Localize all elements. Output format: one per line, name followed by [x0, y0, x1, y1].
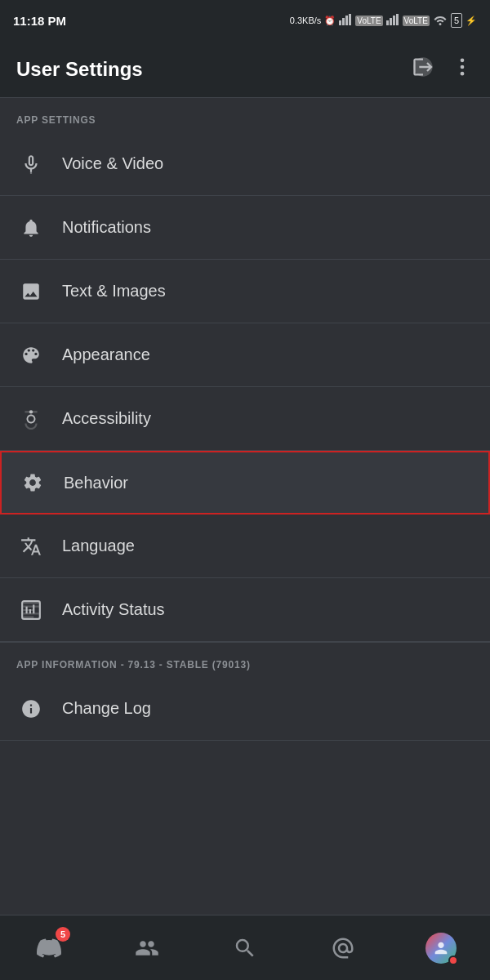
behavior-label: Behavior — [64, 474, 128, 492]
bottom-nav-profile[interactable] — [416, 924, 466, 973]
svg-rect-7 — [396, 14, 399, 25]
appearance-label: Appearance — [62, 345, 150, 364]
svg-rect-0 — [339, 20, 341, 25]
sidebar-item-notifications[interactable]: Notifications — [0, 196, 490, 260]
sidebar-item-language[interactable]: Language — [0, 514, 490, 578]
sidebar-item-voice-video[interactable]: Voice & Video — [0, 132, 490, 196]
svg-rect-3 — [349, 14, 351, 25]
change-log-label: Change Log — [62, 699, 151, 718]
sidebar-item-activity-status[interactable]: Activity Status — [0, 578, 490, 642]
header-actions — [412, 56, 474, 83]
logout-icon[interactable] — [412, 56, 434, 83]
header: User Settings — [0, 41, 490, 98]
svg-rect-5 — [390, 18, 392, 25]
svg-point-8 — [461, 58, 465, 62]
svg-point-10 — [461, 71, 465, 75]
status-bar: 11:18 PM 0.3KB/s ⏰ VoLTE VoLTE 5 ⚡ — [0, 0, 490, 41]
app-information-label: APP INFORMATION - 79.13 - STABLE (79013) — [0, 643, 490, 677]
svg-rect-6 — [393, 16, 395, 25]
signal-icon1 — [339, 14, 352, 27]
sidebar-item-appearance[interactable]: Appearance — [0, 323, 490, 387]
language-icon — [16, 532, 46, 561]
activity-icon — [16, 595, 46, 625]
text-images-label: Text & Images — [62, 282, 166, 301]
gear-icon — [18, 468, 47, 497]
avatar — [425, 933, 457, 964]
bottom-nav-friends[interactable] — [122, 924, 172, 973]
charging-icon: ⚡ — [466, 16, 477, 26]
sidebar-item-behavior[interactable]: Behavior — [0, 451, 490, 514]
notifications-label: Notifications — [62, 218, 151, 237]
bell-icon — [16, 213, 46, 243]
image-icon — [16, 277, 46, 306]
svg-rect-4 — [386, 20, 389, 25]
avatar-status-dot — [448, 956, 458, 965]
sidebar-item-text-images[interactable]: Text & Images — [0, 260, 490, 323]
settings-list: APP SETTINGS Voice & Video Notifications — [0, 98, 490, 741]
svg-rect-2 — [345, 16, 348, 25]
bottom-nav: 5 — [0, 915, 490, 980]
sidebar-item-accessibility[interactable]: Accessibility — [0, 387, 490, 451]
bottom-nav-home[interactable]: 5 — [24, 924, 74, 973]
svg-rect-11 — [30, 172, 32, 173]
battery-icon: 5 — [451, 13, 462, 28]
status-time: 11:18 PM — [13, 14, 66, 28]
svg-point-9 — [461, 65, 465, 69]
alarm-icon: ⏰ — [324, 16, 336, 26]
language-label: Language — [62, 537, 135, 555]
bottom-nav-search[interactable] — [220, 924, 270, 973]
voice-video-label: Voice & Video — [62, 154, 163, 173]
mic-icon — [16, 149, 46, 179]
accessibility-icon — [16, 404, 46, 434]
volte1: VoLTE — [355, 16, 382, 26]
more-icon[interactable] — [451, 56, 474, 83]
signal-icon2 — [386, 14, 399, 27]
bottom-nav-mentions[interactable] — [318, 924, 368, 973]
status-icons: 0.3KB/s ⏰ VoLTE VoLTE 5 ⚡ — [290, 13, 477, 28]
home-badge: 5 — [56, 927, 70, 942]
accessibility-label: Accessibility — [62, 409, 151, 428]
network-speed: 0.3KB/s — [290, 16, 322, 25]
info-icon — [16, 694, 46, 724]
volte2: VoLTE — [403, 16, 430, 26]
page-title: User Settings — [16, 58, 143, 81]
palette-icon — [16, 341, 46, 370]
sidebar-item-change-log[interactable]: Change Log — [0, 677, 490, 741]
wifi-icon — [433, 14, 448, 27]
activity-status-label: Activity Status — [62, 600, 165, 619]
app-settings-label: APP SETTINGS — [0, 98, 490, 132]
svg-rect-1 — [342, 18, 345, 25]
